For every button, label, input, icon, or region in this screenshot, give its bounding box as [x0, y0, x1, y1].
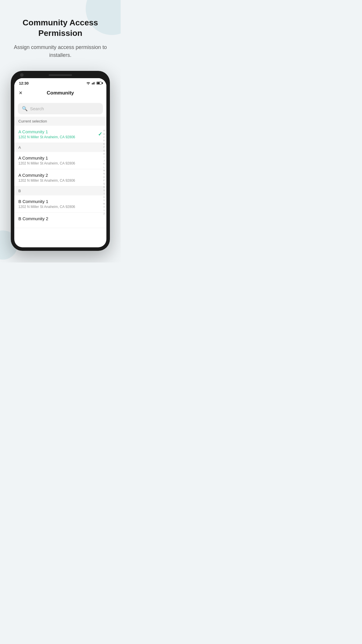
status-bar: 12:30: [14, 78, 106, 87]
alpha-f[interactable]: F: [102, 146, 106, 149]
phone-screen: 12:30: [14, 78, 106, 247]
page-content: Community Access Permission Assign commu…: [0, 0, 121, 262]
phone-list-area: Current selection A Community 1 1202 N M…: [14, 117, 106, 228]
selected-item-name: A Community 1: [18, 129, 75, 134]
list-item-a1[interactable]: A Community 1 1202 N Miller St Anaheim, …: [14, 152, 106, 169]
alphabet-index: A B C D E F G H I J K L M N O: [102, 117, 106, 228]
b2-name: B Community 2: [18, 216, 48, 221]
list-item-b2[interactable]: B Community 2: [14, 213, 106, 228]
close-button[interactable]: ×: [19, 90, 22, 96]
alpha-l[interactable]: L: [102, 166, 106, 169]
section-b-header: B: [14, 186, 106, 195]
phone-speaker: [49, 74, 72, 76]
page-title: Community Access Permission: [6, 18, 115, 39]
section-current-selection: Current selection: [14, 117, 106, 126]
alpha-t[interactable]: T: [102, 192, 106, 195]
alpha-p[interactable]: P: [102, 179, 106, 182]
alpha-j[interactable]: J: [102, 159, 106, 162]
alpha-x[interactable]: X: [102, 206, 106, 209]
a1-address: 1202 N Miller St Anaheim, CA 92806: [18, 161, 75, 165]
list-item-b1[interactable]: B Community 1 1202 N Miller St Anaheim, …: [14, 195, 106, 213]
alpha-q[interactable]: Q: [102, 182, 106, 185]
a2-name: A Community 2: [18, 173, 75, 178]
alpha-g[interactable]: G: [102, 149, 106, 152]
selected-item-address: 1202 N Miller St Anaheim, CA 92806: [18, 135, 75, 139]
alpha-v[interactable]: V: [102, 199, 106, 202]
wifi-icon: [86, 81, 91, 85]
search-container: 🔍 Search: [14, 99, 106, 117]
alpha-a[interactable]: A: [102, 129, 106, 132]
b1-address: 1202 N Miller St Anaheim, CA 92806: [18, 205, 75, 209]
search-placeholder: Search: [30, 106, 44, 111]
svg-rect-1: [93, 83, 93, 84]
phone-frame: 12:30: [11, 71, 110, 251]
alpha-i[interactable]: I: [102, 156, 106, 159]
b1-name: B Community 1: [18, 199, 75, 204]
app-header: × Community: [14, 87, 106, 99]
a2-address: 1202 N Miller St Anaheim, CA 92806: [18, 178, 75, 183]
list-item-a2[interactable]: A Community 2 1202 N Miller St Anaheim, …: [14, 169, 106, 186]
alpha-e[interactable]: E: [102, 143, 106, 146]
phone-camera: [20, 73, 24, 77]
alpha-h[interactable]: H: [102, 153, 106, 155]
battery-icon: [96, 82, 102, 85]
check-icon: ✓: [98, 131, 102, 137]
a1-name: A Community 1: [18, 155, 75, 160]
section-a-header: A: [14, 143, 106, 152]
phone-mockup: 12:30: [11, 71, 110, 251]
alpha-z[interactable]: Z: [102, 212, 106, 215]
status-icons: [86, 81, 102, 85]
alpha-s[interactable]: S: [102, 189, 106, 192]
alpha-d[interactable]: D: [102, 139, 106, 142]
alpha-w[interactable]: W: [102, 202, 106, 205]
alpha-c[interactable]: C: [102, 136, 106, 139]
search-bar[interactable]: 🔍 Search: [18, 103, 103, 114]
page-subtitle: Assign community access permission to in…: [6, 43, 115, 59]
alpha-r[interactable]: R: [102, 186, 106, 189]
signal-icon: [92, 81, 95, 85]
alpha-y[interactable]: Y: [102, 209, 106, 212]
app-screen-title: Community: [47, 90, 74, 96]
search-icon: 🔍: [22, 106, 28, 111]
svg-rect-3: [95, 82, 95, 85]
alpha-m[interactable]: M: [102, 169, 106, 172]
list-item-selected[interactable]: A Community 1 1202 N Miller St Anaheim, …: [14, 126, 106, 143]
alpha-n[interactable]: N: [102, 172, 106, 175]
svg-rect-2: [94, 82, 94, 85]
alpha-o[interactable]: O: [102, 176, 106, 179]
alpha-u[interactable]: U: [102, 196, 106, 199]
status-time: 12:30: [19, 81, 29, 85]
svg-rect-0: [92, 83, 92, 85]
alpha-k[interactable]: K: [102, 162, 106, 165]
alpha-b[interactable]: B: [102, 133, 106, 136]
phone-top-bar: [14, 74, 106, 76]
